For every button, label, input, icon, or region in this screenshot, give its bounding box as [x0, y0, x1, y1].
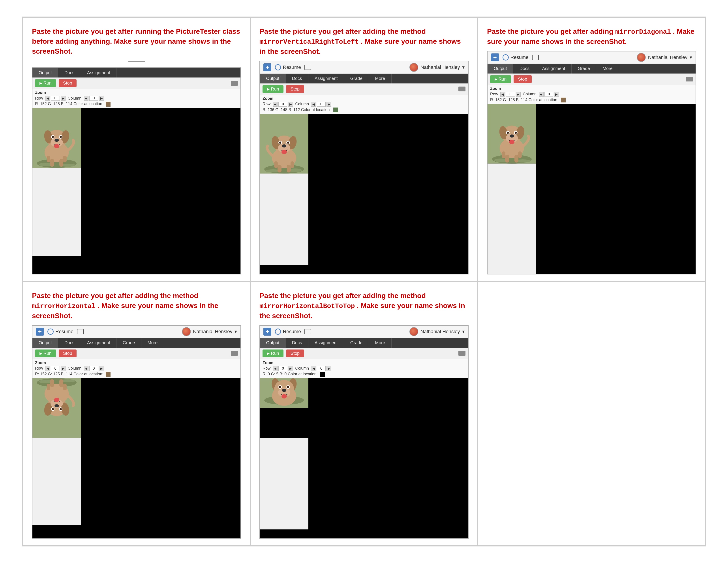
cell-2-row-right-arrow[interactable]: ▶	[288, 102, 293, 107]
cell-2-bottom-black	[260, 265, 468, 274]
cell-5-square-icon[interactable]	[304, 329, 311, 334]
cell-5-col-input[interactable]	[317, 366, 326, 371]
cell-1-tab-docs[interactable]: Docs	[58, 68, 81, 77]
cell-3-zoom: Zoom Row ◀ ▶ Column ◀ ▶ R	[488, 85, 696, 104]
cell-4-controls: Run Stop	[32, 348, 240, 359]
cell-4-nav: Output Docs Assignment Grade More	[32, 338, 240, 348]
cell-3-row-input[interactable]	[506, 92, 515, 97]
cell-4-row-input[interactable]	[51, 366, 60, 371]
cell-2-col-left-arrow[interactable]: ◀	[311, 102, 316, 107]
cell-1-col-right-arrow[interactable]: ▶	[99, 96, 104, 101]
cell-2-tab-assignment[interactable]: Assignment	[308, 74, 344, 83]
cell-1-row-input[interactable]	[51, 96, 60, 101]
cell-3-instruction: Paste the picture you get after adding m…	[487, 26, 696, 47]
cell-5-tab-output[interactable]: Output	[260, 338, 286, 348]
cell-4-col-right-arrow[interactable]: ▶	[99, 366, 104, 371]
cell-3-tab-grade[interactable]: Grade	[572, 64, 597, 73]
cell-2-col-label: Column	[295, 102, 309, 106]
cell-2-tab-more[interactable]: More	[369, 74, 392, 83]
cell-2-stop-button[interactable]: Stop	[286, 85, 304, 93]
cell-3: Paste the picture you get after adding m…	[478, 17, 705, 282]
cell-5-tab-grade[interactable]: Grade	[344, 338, 369, 348]
cell-3-run-button[interactable]: Run	[490, 75, 511, 83]
svg-rect-74	[47, 384, 50, 390]
cell-5-run-button[interactable]: Run	[263, 350, 283, 357]
cell-3-row-left-arrow[interactable]: ◀	[500, 92, 505, 97]
cell-3-plus-icon[interactable]: +	[491, 53, 499, 61]
cell-3-col-right-arrow[interactable]: ▶	[554, 92, 559, 97]
cell-3-col-left-arrow[interactable]: ◀	[539, 92, 544, 97]
cell-4-tab-assignment[interactable]: Assignment	[81, 338, 117, 348]
cell-4-col-left-arrow[interactable]: ◀	[84, 366, 88, 371]
cell-5-tab-more[interactable]: More	[369, 338, 392, 348]
cell-4-stop-button[interactable]: Stop	[59, 350, 77, 357]
cell-2-plus-icon[interactable]: +	[263, 63, 271, 71]
cell-3-col-input-group: ◀ ▶	[539, 92, 559, 97]
cell-4-zoom-row: Row ◀ ▶ Column ◀ ▶	[35, 366, 238, 371]
cell-2-run-button[interactable]: Run	[263, 85, 283, 93]
cell-3-avatar	[637, 53, 646, 62]
cell-1-divider	[128, 61, 145, 62]
cell-4-plus-icon[interactable]: +	[36, 328, 44, 336]
cell-3-stop-button[interactable]: Stop	[514, 75, 531, 83]
cell-4-row-right-arrow[interactable]: ▶	[61, 366, 66, 371]
cell-1-tab-assignment[interactable]: Assignment	[81, 68, 117, 77]
cell-5-ide: + Resume Nathanial Hensley ▾ Output Docs	[259, 325, 468, 539]
cell-5-row-left-arrow[interactable]: ◀	[273, 366, 278, 371]
cell-5-col-right-arrow[interactable]: ▶	[326, 366, 331, 371]
svg-rect-54	[514, 155, 518, 162]
cell-4-image-pane	[32, 378, 81, 525]
cell-4-tab-grade[interactable]: Grade	[116, 338, 141, 348]
cell-3-row-input-group: ◀ ▶	[500, 92, 521, 97]
cell-1-row-left-arrow[interactable]: ◀	[45, 96, 50, 101]
cell-2-tab-output[interactable]: Output	[260, 74, 286, 83]
cell-1-col-left-arrow[interactable]: ◀	[84, 96, 88, 101]
cell-3-zoom-label: Zoom	[490, 86, 693, 91]
cell-5-controls-right	[458, 351, 465, 356]
cell-5-stop-button[interactable]: Stop	[286, 350, 304, 357]
cell-2-image-pane	[260, 114, 308, 265]
cell-5-row-right-arrow[interactable]: ▶	[288, 366, 293, 371]
cell-5-col-label: Column	[295, 366, 309, 371]
svg-rect-55	[502, 151, 505, 158]
cell-2-square-icon[interactable]	[304, 65, 311, 70]
cell-4-tab-output[interactable]: Output	[32, 338, 58, 348]
cell-4-row-left-arrow[interactable]: ◀	[45, 366, 50, 371]
cell-1-tab-output[interactable]: Output	[32, 68, 58, 77]
cell-2-row-left-arrow[interactable]: ◀	[273, 102, 278, 107]
cell-5-plus-icon[interactable]: +	[263, 328, 271, 336]
cell-1-controls: Run Stop	[32, 77, 240, 89]
cell-2-tab-grade[interactable]: Grade	[344, 74, 369, 83]
cell-3-square-icon[interactable]	[532, 55, 539, 60]
cell-5-col-left-arrow[interactable]: ◀	[311, 366, 316, 371]
cell-4-square-icon[interactable]	[77, 329, 84, 334]
cell-2-controls: Run Stop	[260, 83, 468, 95]
cell-3-tab-output[interactable]: Output	[488, 64, 513, 73]
cell-2-col-input[interactable]	[317, 102, 326, 107]
cell-2-col-right-arrow[interactable]: ▶	[326, 102, 331, 107]
cell-2-tab-docs[interactable]: Docs	[286, 74, 308, 83]
cell-5-tab-docs[interactable]: Docs	[286, 338, 308, 348]
cell-5-row-input[interactable]	[278, 366, 287, 371]
svg-rect-75	[63, 384, 67, 390]
cell-1-stop-button[interactable]: Stop	[59, 79, 77, 87]
cell-4-col-input[interactable]	[89, 366, 98, 371]
cell-3-code: mirrorDiagonal	[615, 28, 671, 36]
cell-3-controls: Run Stop	[488, 73, 696, 85]
cell-3-row-right-arrow[interactable]: ▶	[516, 92, 521, 97]
svg-rect-56	[518, 151, 522, 158]
cell-3-col-input[interactable]	[544, 92, 553, 97]
cell-2-row-input[interactable]	[278, 102, 287, 107]
cell-1-black-pane	[81, 108, 240, 256]
cell-4-tab-docs[interactable]: Docs	[58, 338, 81, 348]
cell-4-run-button[interactable]: Run	[35, 350, 56, 357]
cell-4-tab-more[interactable]: More	[141, 338, 164, 348]
cell-1-row-right-arrow[interactable]: ▶	[61, 96, 66, 101]
cell-5-tab-assignment[interactable]: Assignment	[308, 338, 344, 348]
cell-1-col-input[interactable]	[89, 96, 98, 101]
cell-3-tab-more[interactable]: More	[596, 64, 619, 73]
cell-3-dog-svg	[488, 104, 536, 164]
cell-3-tab-docs[interactable]: Docs	[513, 64, 536, 73]
cell-3-tab-assignment[interactable]: Assignment	[536, 64, 572, 73]
cell-1-run-button[interactable]: Run	[35, 79, 56, 87]
